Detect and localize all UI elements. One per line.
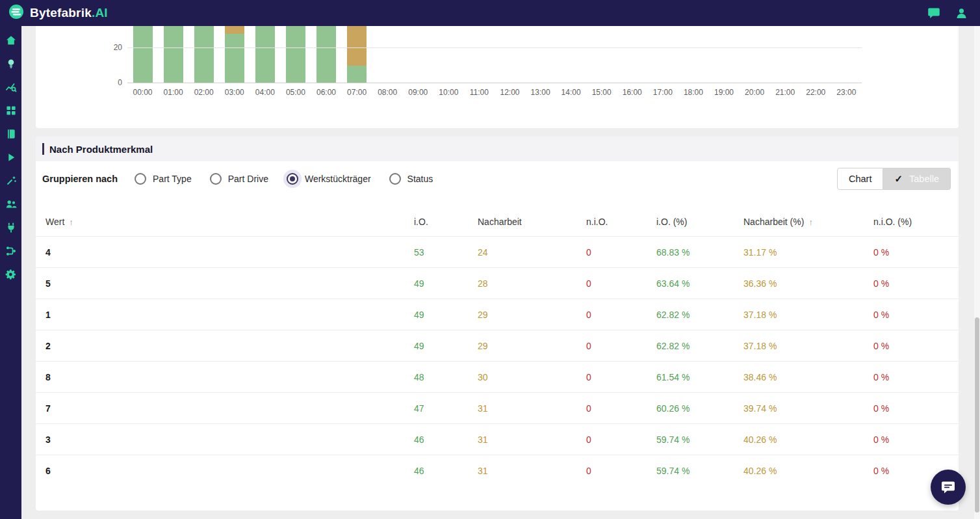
io-segment [286,26,305,83]
radio-option-3[interactable]: Status [389,173,433,185]
check-icon: ✓ [894,173,903,185]
toggle-table-button[interactable]: ✓ Tabelle [883,168,951,190]
table-cell: 31.17 % [743,237,873,268]
chat-icon[interactable] [927,6,941,20]
x-axis-label: 10:00 [433,88,464,97]
table-cell: 59.74 % [656,424,743,455]
radio-icon[interactable] [389,173,401,185]
y-axis-label: 0 [100,78,122,87]
view-toggle: Chart ✓ Tabelle [837,168,951,190]
analysis-icon[interactable] [5,81,18,94]
radio-icon[interactable] [210,173,222,185]
x-axis-label: 19:00 [708,88,739,97]
table-cell: 29 [478,299,586,330]
feature-table-body: 45324068.83 %31.17 %0 %54928063.64 %36.3… [36,237,959,486]
table-cell: 0 [586,268,656,299]
x-axis-label: 11:00 [464,88,495,97]
groupby-label: Gruppieren nach [42,174,118,184]
table-row: 45324068.83 %31.17 %0 % [36,237,959,268]
table-cell: 29 [478,330,586,362]
table-cell: 24 [478,237,586,268]
table-cell: 1 [36,299,414,330]
table-cell: 37.18 % [743,299,873,330]
table-cell: 28 [478,268,586,299]
table-cell: 62.82 % [656,299,743,330]
column-header[interactable]: n.i.O. (%) [873,207,959,237]
column-header[interactable]: i.O. (%) [656,207,743,237]
chat-fab-button[interactable] [931,470,966,505]
nacharbeit-segment [347,26,367,66]
column-header[interactable]: Nacharbeit [478,207,586,237]
column-header[interactable]: n.i.O. [586,207,656,237]
radio-icon[interactable] [135,173,146,185]
bar-slot [678,26,708,83]
table-cell: 0 % [873,268,959,299]
table-cell: 0 % [873,424,959,455]
brand-logo-icon [8,3,25,23]
stacked-bar [194,26,214,83]
settings-icon[interactable] [5,268,18,281]
table-cell: 8 [36,362,414,393]
vertical-scrollbar-thumb[interactable] [975,317,979,512]
radio-option-label: Werkstückträger [305,174,371,184]
bar-slot [280,26,311,83]
table-cell: 0 [586,362,656,393]
x-axis-label: 05:00 [280,88,311,97]
table-cell: 49 [414,268,478,299]
column-header[interactable]: Nacharbeit (%)↑ [743,207,873,237]
x-axis-label: 02:00 [188,88,219,97]
table-cell: 60.26 % [656,393,743,424]
play-icon[interactable] [5,151,18,164]
automation-icon[interactable] [5,174,18,187]
sidebar [0,26,21,519]
io-segment [225,34,244,83]
account-icon[interactable] [954,6,968,20]
table-cell: 39.74 % [743,393,873,424]
radio-option-0[interactable]: Part Type [135,173,192,185]
x-axis-label: 20:00 [740,88,770,97]
flow-icon[interactable] [5,245,18,258]
brand-name: Bytefabrik.AI [30,6,108,20]
column-header[interactable]: i.O. [414,207,478,237]
stacked-bar [133,26,153,83]
bar-slot [188,26,219,83]
table-cell: 59.74 % [656,455,743,486]
journal-icon[interactable] [5,127,18,140]
table-cell: 3 [36,424,414,455]
home-icon[interactable] [5,34,18,47]
sort-asc-icon[interactable]: ↑ [808,217,813,227]
x-axis-label: 12:00 [495,88,525,97]
radio-option-1[interactable]: Part Drive [210,173,268,185]
table-cell: 40.26 % [743,424,873,455]
radio-option-2[interactable]: Werkstückträger [287,173,371,185]
io-segment [194,26,214,83]
bar-slot [647,26,678,83]
table-cell: 40.26 % [743,455,873,486]
x-axis-label: 01:00 [158,88,188,97]
sort-asc-icon[interactable]: ↑ [69,217,73,227]
toggle-chart-button[interactable]: Chart [837,168,883,190]
x-axis-label: 14:00 [556,88,586,97]
table-cell: 49 [414,299,478,330]
connect-icon[interactable] [5,221,18,234]
bar-slot [250,26,280,83]
radio-selected-icon[interactable] [287,173,298,185]
stacked-bar [255,26,275,83]
bar-slot [740,26,770,83]
groupby-options: Part TypePart DriveWerkstückträgerStatus [135,173,433,185]
brand-suffix: .AI [92,6,108,20]
table-cell: 31 [478,393,586,424]
stacked-bar [164,26,183,83]
table-cell: 49 [414,330,478,362]
table-cell: 53 [414,237,478,268]
controls-row: Gruppieren nach Part TypePart DriveWerks… [36,161,959,196]
x-axis-label: 03:00 [219,88,250,97]
insights-icon[interactable] [5,57,18,70]
table-cell: 30 [478,362,586,393]
column-header[interactable]: Wert↑ [36,207,414,237]
users-icon[interactable] [5,198,18,211]
stacked-bar-chart: 200 00:0001:0002:0003:0004:0005:0006:000… [127,26,862,97]
io-segment [347,66,367,83]
dashboard-icon[interactable] [5,104,18,117]
table-cell: 31 [478,455,586,486]
